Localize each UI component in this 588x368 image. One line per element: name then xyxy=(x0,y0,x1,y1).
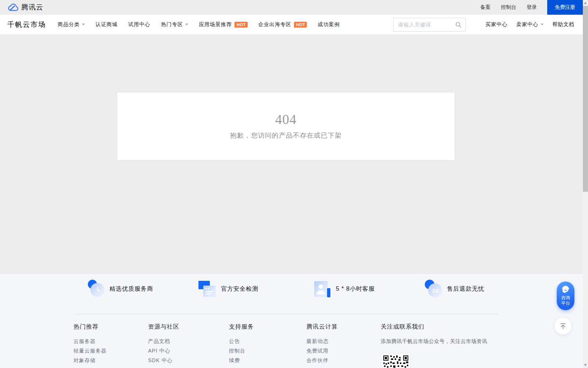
footer-column-resources: 资源与社区 产品文档 API 中心 SDK 中心 xyxy=(148,323,179,367)
footer-link[interactable]: 合作伙伴 xyxy=(306,358,338,363)
back-to-top-button[interactable] xyxy=(555,318,571,335)
customer-service-icon xyxy=(313,279,331,298)
topbar-link-icp[interactable]: 备案 xyxy=(480,4,491,11)
footer-link[interactable]: 续费 xyxy=(229,358,254,363)
refund-24h-icon: 24 xyxy=(424,279,442,298)
footer-column-title: 资源与社区 xyxy=(148,323,179,331)
scrollbar-down-arrow-icon[interactable] xyxy=(584,364,587,366)
footer-link[interactable]: 免费试用 xyxy=(306,348,338,354)
contact-description: 添加腾讯千帆云市场公众号，关注云市场资讯 xyxy=(381,339,487,344)
brand-name: 腾讯云 xyxy=(21,3,43,12)
footer-link[interactable]: 控制台 xyxy=(229,348,254,354)
navbar: 千帆云市场 商品分类 认证商城 试用中心 热门专区 应用场景推荐 HOT 企业出… xyxy=(0,15,583,34)
footer-inner: 精选优质服务商 官方安全检测 xyxy=(73,274,498,368)
footer-column-title: 支持服务 xyxy=(229,323,254,331)
nav-right-label: 卖家中心 xyxy=(516,21,538,28)
scrollbar-up-arrow-icon[interactable] xyxy=(584,2,587,4)
feature-label: 官方安全检测 xyxy=(221,285,258,293)
topbar-link-login[interactable]: 登录 xyxy=(527,4,537,11)
feature-security-check: 官方安全检测 xyxy=(198,279,258,298)
hot-badge: HOT xyxy=(234,22,248,28)
nav-item-label: 试用中心 xyxy=(128,21,150,28)
tencent-cloud-logo-icon xyxy=(7,3,18,12)
footer-link[interactable]: 云服务器 xyxy=(74,339,107,344)
market-title[interactable]: 千帆云市场 xyxy=(7,20,46,29)
feature-refund: 24 售后退款无忧 xyxy=(424,279,484,298)
footer-link[interactable]: 最新动态 xyxy=(306,339,338,344)
topbar-links: 备案 控制台 登录 免费注册 xyxy=(480,0,583,15)
brand-logo[interactable]: 腾讯云 xyxy=(7,3,43,12)
footer-link[interactable]: 公告 xyxy=(229,339,254,344)
footer-link[interactable]: API 中心 xyxy=(148,348,179,354)
chevron-down-icon xyxy=(185,24,188,25)
consult-platform-button[interactable]: 咨询 平台 xyxy=(557,282,574,310)
consult-label-line1: 咨询 xyxy=(561,295,570,301)
error-message: 抱歉，您访问的产品不存在或已下架 xyxy=(117,131,455,140)
nav-item-trial-center[interactable]: 试用中心 xyxy=(128,21,150,28)
search-icon[interactable] xyxy=(455,21,462,28)
main-area: 404 抱歉，您访问的产品不存在或已下架 xyxy=(0,34,583,274)
feature-label: 5 * 8小时客服 xyxy=(336,285,375,293)
back-to-top-icon xyxy=(559,322,567,330)
navbar-right: 买家中心 卖家中心 帮助文档 xyxy=(393,18,574,32)
feature-label: 精选优质服务商 xyxy=(110,285,153,293)
chevron-down-icon xyxy=(541,24,544,25)
security-check-icon xyxy=(198,279,216,298)
nav-item-label: 商品分类 xyxy=(58,21,80,28)
topbar-link-console[interactable]: 控制台 xyxy=(501,4,516,11)
footer-column-title: 腾讯云计算 xyxy=(306,323,338,331)
nav-item-label: 应用场景推荐 xyxy=(199,21,232,28)
hot-badge: HOT xyxy=(294,22,307,28)
nav-right-label: 买家中心 xyxy=(485,21,508,28)
nav-right-label: 帮助文档 xyxy=(552,21,574,28)
nav-item-label: 企业出海专区 xyxy=(258,21,291,28)
feature-quality-providers: 精选优质服务商 xyxy=(87,279,153,298)
search-input[interactable] xyxy=(398,22,455,28)
nav-item-label: 热门专区 xyxy=(161,21,183,28)
consult-label-line2: 平台 xyxy=(561,301,570,306)
footer-column-title: 关注或联系我们 xyxy=(381,323,487,331)
scrollbar[interactable] xyxy=(583,0,588,368)
clock-icon xyxy=(87,279,105,298)
nav-item-go-global[interactable]: 企业出海专区 HOT xyxy=(258,21,307,28)
nav-item-label: 认证商城 xyxy=(96,21,118,28)
footer-column-support: 支持服务 公告 控制台 续费 xyxy=(229,323,254,367)
nav-item-scenario-recommend[interactable]: 应用场景推荐 HOT xyxy=(199,21,248,28)
nav-items: 商品分类 认证商城 试用中心 热门专区 应用场景推荐 HOT 企业出海专区 HO… xyxy=(58,21,340,28)
footer-column-hot-recommend: 热门推荐 云服务器 轻量云服务器 对象存储 xyxy=(74,323,107,367)
search-box[interactable] xyxy=(393,18,466,32)
footer-link[interactable]: 产品文档 xyxy=(148,339,179,344)
headset-icon xyxy=(561,285,570,294)
nav-item-success-cases[interactable]: 成功案例 xyxy=(318,21,340,28)
seller-center-link[interactable]: 卖家中心 xyxy=(516,21,544,28)
error-code: 404 xyxy=(117,112,455,127)
footer-link[interactable]: 对象存储 xyxy=(74,358,107,363)
feature-support-hours: 5 * 8小时客服 xyxy=(313,279,375,298)
footer-column-tencent-cloud: 腾讯云计算 最新动态 免费试用 合作伙伴 xyxy=(306,323,338,367)
footer-link[interactable]: SDK 中心 xyxy=(148,358,179,363)
error-card: 404 抱歉，您访问的产品不存在或已下架 xyxy=(117,92,455,160)
footer-column-title: 热门推荐 xyxy=(74,323,107,331)
footer: 精选优质服务商 官方安全检测 xyxy=(0,274,583,368)
nav-item-certified-mall[interactable]: 认证商城 xyxy=(96,21,118,28)
footer-link[interactable]: 轻量云服务器 xyxy=(74,348,107,354)
topbar: 腾讯云 备案 控制台 登录 免费注册 xyxy=(0,0,583,15)
help-docs-link[interactable]: 帮助文档 xyxy=(552,21,574,28)
page: { "topbar": { "brand": "腾讯云", "links": [… xyxy=(0,0,588,368)
feature-label: 售后退款无忧 xyxy=(447,285,484,293)
wechat-qr-code xyxy=(381,354,410,368)
footer-divider xyxy=(74,314,498,314)
chevron-down-icon xyxy=(82,24,85,25)
footer-column-contact: 关注或联系我们 添加腾讯千帆云市场公众号，关注云市场资讯 xyxy=(381,323,487,368)
nav-item-label: 成功案例 xyxy=(318,21,340,28)
nav-item-categories[interactable]: 商品分类 xyxy=(58,21,85,28)
badge-24: 24 xyxy=(428,283,442,297)
scrollbar-thumb[interactable] xyxy=(583,6,588,192)
register-button[interactable]: 免费注册 xyxy=(547,0,583,15)
buyer-center-link[interactable]: 买家中心 xyxy=(485,21,508,28)
nav-item-hot-zones[interactable]: 热门专区 xyxy=(161,21,188,28)
consult-label: 咨询 平台 xyxy=(561,295,570,306)
